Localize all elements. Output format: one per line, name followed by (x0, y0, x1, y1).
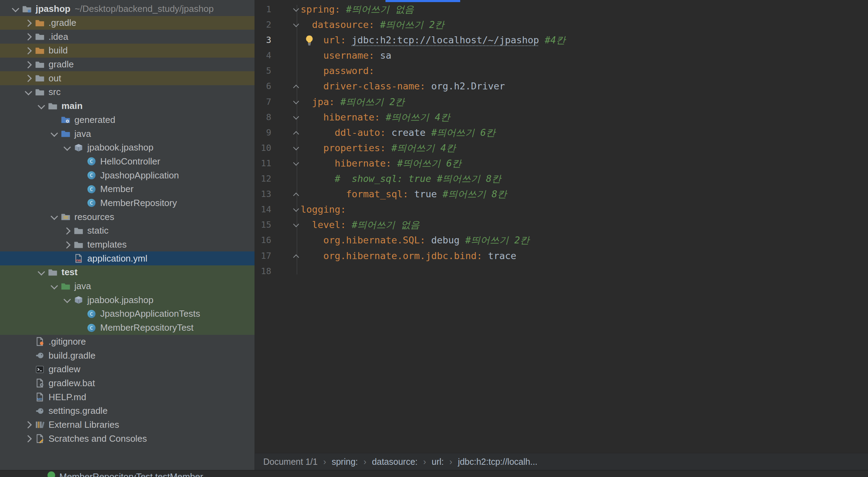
line-number[interactable]: 13 (255, 186, 271, 202)
chevron-right-icon[interactable] (23, 59, 35, 71)
chevron-down-icon[interactable] (61, 294, 73, 306)
tree-item-help-md[interactable]: MDHELP.md (0, 390, 255, 404)
tree-item-jpabook-jpashop[interactable]: jpabook.jpashop (0, 293, 255, 307)
tree-item-memberrepositorytest[interactable]: CMemberRepositoryTest (0, 321, 255, 335)
tree-item-build-gradle[interactable]: build.gradle (0, 348, 255, 362)
line-number[interactable]: 2 (255, 17, 271, 32)
tree-item-jpashop[interactable]: jpashop~/Desktop/backend_study/jpashop (0, 2, 255, 16)
tree-item-test[interactable]: test (0, 265, 255, 279)
line-number[interactable]: 18 (255, 264, 271, 279)
chevron-right-icon[interactable] (23, 433, 35, 445)
code-line-13[interactable]: 13 format_sql: true #띄어쓰기 8칸 (255, 186, 868, 202)
code-line-18[interactable]: 18 (255, 264, 868, 279)
code-line-14[interactable]: 14logging: (255, 202, 868, 217)
chevron-down-icon[interactable] (61, 142, 73, 154)
code-line-9[interactable]: 9 ddl-auto: create #띄어쓰기 6칸 (255, 125, 868, 140)
line-number[interactable]: 1 (255, 2, 271, 17)
tree-item-memberrepository[interactable]: CMemberRepository (0, 196, 255, 210)
run-panel-strip[interactable]: MemberRepositoryTest.testMember... (0, 470, 868, 477)
chevron-right-icon[interactable] (61, 239, 73, 251)
fold-down-icon[interactable] (291, 156, 302, 171)
breadcrumb-item[interactable]: url: (432, 457, 444, 467)
chevron-right-icon[interactable] (23, 419, 35, 431)
fold-down-icon[interactable] (291, 110, 302, 125)
tree-item--gitignore[interactable]: .gitignore (0, 335, 255, 349)
code-line-15[interactable]: 15 level: #띄어쓰기 없음 (255, 217, 868, 233)
tree-item-out[interactable]: out (0, 71, 255, 85)
chevron-right-icon[interactable] (23, 45, 35, 57)
chevron-down-icon[interactable] (36, 100, 47, 112)
code-line-12[interactable]: 12 # show_sql: true #띄어쓰기 8칸 (255, 171, 868, 186)
fold-down-icon[interactable] (291, 94, 302, 110)
line-number[interactable]: 10 (255, 140, 271, 156)
line-number[interactable]: 6 (255, 79, 271, 94)
chevron-down-icon[interactable] (49, 280, 60, 292)
code-line-11[interactable]: 11 hibernate: #띄어쓰기 6칸 (255, 156, 868, 171)
code-line-2[interactable]: 2 datasource: #띄어쓰기 2칸 (255, 17, 868, 32)
tree-item-src[interactable]: src (0, 85, 255, 99)
line-number[interactable]: 12 (255, 171, 271, 186)
line-number[interactable]: 3 (255, 32, 271, 48)
tree-item-java[interactable]: java (0, 127, 255, 141)
code-area[interactable]: 1spring: #띄어쓰기 없음2 datasource: #띄어쓰기 2칸3… (255, 0, 868, 279)
fold-down-icon[interactable] (291, 217, 302, 233)
fold-down-icon[interactable] (291, 2, 302, 17)
tree-item-main[interactable]: main (0, 99, 255, 113)
chevron-down-icon[interactable] (49, 128, 60, 140)
chevron-down-icon[interactable] (23, 86, 35, 98)
fold-down-icon[interactable] (291, 17, 302, 32)
tree-item--idea[interactable]: .idea (0, 30, 255, 44)
fold-down-icon[interactable] (291, 140, 302, 156)
tree-item-external-libraries[interactable]: External Libraries (0, 418, 255, 432)
chevron-right-icon[interactable] (23, 31, 35, 43)
code-line-5[interactable]: 5 password: (255, 63, 868, 79)
line-number[interactable]: 16 (255, 233, 271, 248)
line-number[interactable]: 9 (255, 125, 271, 140)
tree-item-application-yml[interactable]: YMLapplication.yml (0, 251, 255, 265)
tree-item--gradle[interactable]: .gradle (0, 16, 255, 30)
tree-item-resources[interactable]: resources (0, 210, 255, 224)
line-number[interactable]: 5 (255, 63, 271, 79)
line-number[interactable]: 15 (255, 217, 271, 233)
code-line-4[interactable]: 4 username: sa (255, 48, 868, 63)
breadcrumb-item[interactable]: datasource: (372, 457, 418, 467)
line-number[interactable]: 4 (255, 48, 271, 63)
code-line-1[interactable]: 1spring: #띄어쓰기 없음 (255, 2, 868, 17)
fold-up-icon[interactable] (291, 79, 302, 94)
line-number[interactable]: 17 (255, 248, 271, 264)
fold-down-icon[interactable] (291, 202, 302, 217)
tree-item-scratches-and-consoles[interactable]: Scratches and Consoles (0, 432, 255, 446)
fold-up-icon[interactable] (291, 125, 302, 140)
breadcrumb-item[interactable]: jdbc:h2:tcp://localh... (458, 457, 537, 467)
code-line-3[interactable]: 3 url: jdbc:h2:tcp://localhost/~/jpashop… (255, 32, 868, 48)
chevron-down-icon[interactable] (36, 266, 47, 278)
tree-item-templates[interactable]: templates (0, 238, 255, 252)
breadcrumb-item[interactable]: spring: (332, 457, 358, 467)
tree-item-gradlew[interactable]: gradlew (0, 362, 255, 376)
code-line-6[interactable]: 6 driver-class-name: org.h2.Driver (255, 79, 868, 94)
tree-item-hellocontroller[interactable]: CHelloController (0, 155, 255, 169)
fold-up-icon[interactable] (291, 248, 302, 264)
line-number[interactable]: 14 (255, 202, 271, 217)
code-line-17[interactable]: 17 org.hibernate.orm.jdbc.bind: trace (255, 248, 868, 264)
tree-item-gradle[interactable]: gradle (0, 58, 255, 72)
breadcrumb-item[interactable]: Document 1/1 (263, 457, 318, 467)
tree-item-static[interactable]: static (0, 224, 255, 238)
tree-item-jpashopapplication[interactable]: CJpashopApplication (0, 168, 255, 182)
chevron-down-icon[interactable] (49, 211, 60, 223)
line-number[interactable]: 11 (255, 156, 271, 171)
code-line-16[interactable]: 16 org.hibernate.SQL: debug #띄어쓰기 2칸 (255, 233, 868, 248)
code-line-7[interactable]: 7 jpa: #띄어쓰기 2칸 (255, 94, 868, 110)
fold-up-icon[interactable] (291, 186, 302, 202)
tree-item-build[interactable]: build (0, 44, 255, 58)
chevron-down-icon[interactable] (10, 3, 22, 15)
tree-item-member[interactable]: CMember (0, 182, 255, 196)
tree-item-generated[interactable]: generated (0, 113, 255, 127)
chevron-right-icon[interactable] (23, 72, 35, 84)
editor[interactable]: 1spring: #띄어쓰기 없음2 datasource: #띄어쓰기 2칸3… (255, 0, 868, 453)
run-config-row[interactable]: MemberRepositoryTest.testMember... (0, 470, 868, 477)
tree-item-java[interactable]: java (0, 279, 255, 293)
code-line-10[interactable]: 10 properties: #띄어쓰기 4칸 (255, 140, 868, 156)
tree-item-gradlew-bat[interactable]: gradlew.bat (0, 376, 255, 390)
chevron-right-icon[interactable] (23, 17, 35, 29)
